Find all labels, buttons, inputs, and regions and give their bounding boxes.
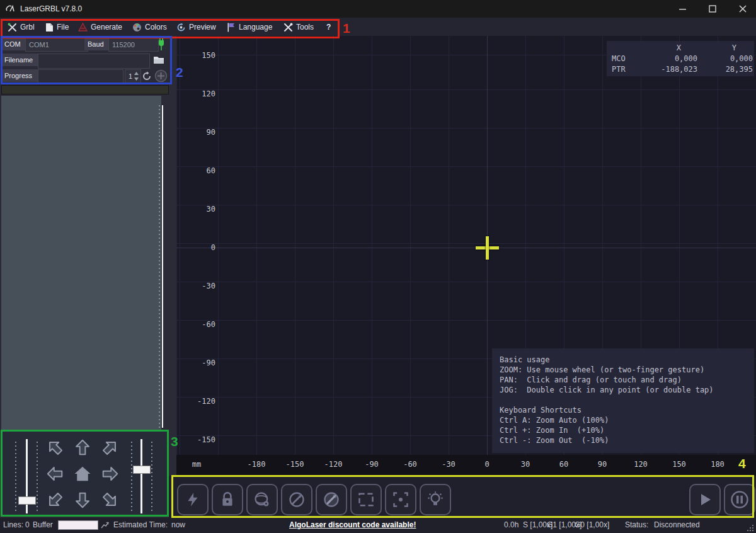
minimize-button[interactable]	[668, 0, 697, 18]
menu-grbl[interactable]: Grbl	[8, 20, 35, 34]
generate-icon	[78, 23, 88, 32]
help-line: Basic usage	[500, 355, 747, 365]
open-file-button[interactable]	[151, 53, 166, 67]
file-preview-area[interactable]	[1, 96, 161, 430]
ruler-unit: mm	[192, 460, 201, 469]
menu-tools[interactable]: Tools	[284, 20, 314, 34]
power-button[interactable]	[177, 484, 209, 515]
com-port-select[interactable]: COM1	[25, 38, 88, 52]
menu-colors[interactable]: Colors	[132, 20, 167, 34]
menu-preview[interactable]: Preview	[176, 20, 216, 34]
menu-language[interactable]: Language	[227, 20, 272, 34]
resize-grip[interactable]	[747, 524, 754, 531]
preview-zoom-ticks	[159, 105, 160, 428]
estimated-time-label: Estimated Time:	[113, 520, 168, 529]
annotation-label-3: 3	[171, 434, 178, 449]
blink-button[interactable]	[420, 484, 451, 515]
jog-up-left-button[interactable]	[45, 438, 64, 457]
app-logo-icon	[5, 4, 15, 14]
jog-down-button[interactable]	[73, 491, 92, 510]
pause-button[interactable]	[724, 484, 755, 515]
preview-refresh-icon	[176, 23, 186, 32]
center-target-icon	[392, 491, 410, 508]
com-label: COM	[1, 38, 28, 50]
jog-speed-slider-thumb[interactable]	[18, 496, 36, 505]
title-bar: LaserGRBL v7.8.0	[0, 0, 756, 18]
lock-icon	[219, 491, 236, 508]
menu-help[interactable]: ?	[326, 20, 331, 34]
y-tick: -60	[176, 320, 215, 329]
run-program-button[interactable]	[154, 69, 168, 83]
lasergrbl-window: LaserGRBL v7.8.0 Grbl File Generate Colo…	[0, 0, 756, 533]
status-value: Disconnected	[654, 520, 700, 529]
y-tick: -150	[176, 435, 215, 444]
stepper-arrows-icon[interactable]	[134, 69, 139, 83]
left-panel: COM COM1 Baud 115200 Filename Progress 1	[0, 36, 176, 518]
lightning-icon	[185, 491, 201, 508]
connect-button[interactable]	[155, 37, 168, 52]
annotation-label-2: 2	[176, 65, 183, 80]
x-tick: -120	[324, 460, 343, 469]
tools-icon	[284, 23, 293, 32]
y-tick: 90	[176, 128, 215, 137]
estimated-time-value: now	[171, 520, 185, 529]
lightbulb-icon	[427, 491, 444, 508]
hours-value: 0.0h	[504, 520, 518, 529]
help-line: Keyboard Shortcuts	[500, 405, 747, 415]
jog-down-right-button[interactable]	[101, 491, 120, 510]
menu-file[interactable]: File	[45, 20, 69, 34]
x-axis-line	[176, 248, 756, 248]
window-title: LaserGRBL v7.8.0	[20, 4, 82, 13]
menu-generate[interactable]: Generate	[78, 20, 122, 34]
close-button[interactable]	[728, 0, 756, 18]
step-slider-ticks	[151, 440, 152, 511]
x-tick: -150	[286, 460, 304, 469]
maximize-button[interactable]	[698, 0, 727, 18]
help-line: ZOOM: Use mouse wheel (or two-finger ges…	[500, 365, 747, 375]
progress-bar	[38, 69, 123, 83]
promo-link[interactable]: AlgoLaser discount code available!	[289, 520, 416, 529]
annotation-label-1: 1	[343, 21, 350, 36]
jog-panel	[1, 430, 167, 514]
coordinates-panel: X Y MCO 0,000 0,000 PTR -188,023 28,395	[607, 41, 754, 76]
jog-step-slider[interactable]	[140, 439, 142, 513]
jog-step-slider-thumb[interactable]	[133, 466, 151, 474]
help-line: Ctrl +: Zoom In (+10%)	[500, 425, 747, 435]
x-tick: -90	[365, 460, 379, 469]
frame-button[interactable]	[350, 484, 382, 515]
ptr-x-value: -188,023	[637, 64, 697, 75]
jog-home-button[interactable]	[73, 464, 92, 483]
jog-up-button[interactable]	[73, 438, 92, 457]
preview-canvas[interactable]: 150 120 90 60 30 0 -30 -60 -90 -120 -150…	[176, 36, 756, 455]
jog-down-left-button[interactable]	[45, 491, 64, 510]
y-tick: 60	[176, 166, 215, 175]
filename-input[interactable]	[38, 54, 150, 69]
plug-icon	[157, 37, 166, 51]
x-tick: 90	[598, 460, 607, 469]
center-button[interactable]	[385, 484, 416, 515]
jog-left-button[interactable]	[45, 464, 64, 483]
coord-col-y: Y	[697, 43, 753, 54]
help-line: JOG: Double click in any point (or doubl…	[500, 385, 747, 395]
play-button[interactable]	[689, 484, 721, 515]
step-slider-ticks	[131, 440, 132, 511]
throughput-icon	[101, 522, 109, 529]
palette-icon	[132, 23, 142, 32]
x-tick: -30	[442, 460, 455, 469]
frame-icon	[357, 491, 375, 508]
y-tick: -90	[176, 358, 215, 367]
lock-button[interactable]	[212, 484, 243, 515]
lines-label: Lines:	[3, 520, 23, 529]
focus-button[interactable]	[246, 484, 278, 515]
laser-pointer-on-button[interactable]	[281, 484, 312, 515]
x-tick: 60	[559, 460, 568, 469]
help-line: Ctrl -: Zoom Out (-10%)	[500, 435, 747, 445]
laser-pointer-off-button[interactable]	[316, 484, 347, 515]
baud-select[interactable]: 115200	[108, 38, 159, 52]
preview-scrollbar[interactable]	[162, 105, 163, 428]
repeat-icon[interactable]	[141, 70, 152, 83]
jog-right-button[interactable]	[101, 464, 120, 483]
jog-up-right-button[interactable]	[101, 438, 120, 457]
y-tick: 150	[176, 51, 215, 60]
laser-pointer-on-icon	[288, 491, 306, 508]
